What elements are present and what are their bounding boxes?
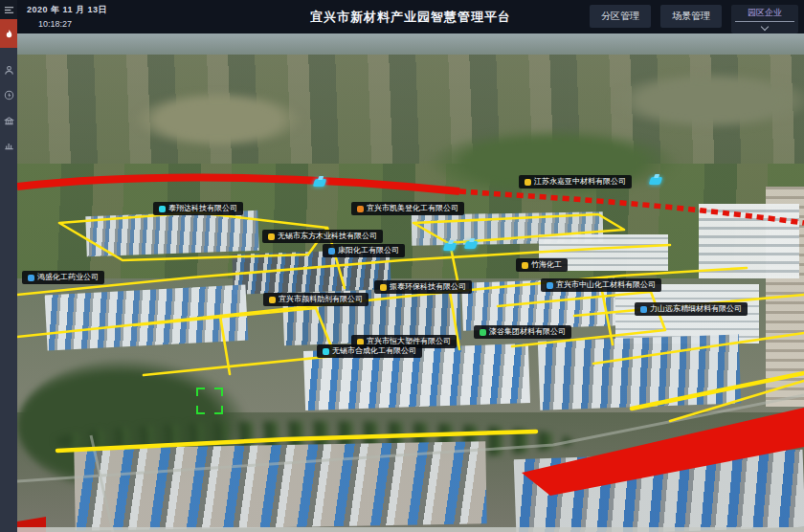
map-3d-view[interactable]: 泰翔达科技有限公司 宜兴市凯美登化工有限公司 无锡市东方木业科技有限公司 康阳化… [17, 33, 804, 532]
company-label[interactable]: 宜兴市颜料助剂有限公司 [263, 293, 368, 306]
company-label[interactable]: 鸿盛化工药业公司 [22, 271, 104, 284]
company-label-text: 宜兴市中山化工材料有限公司 [556, 281, 656, 289]
company-icon [522, 262, 528, 269]
company-label-text: 无锡市东方木业科技有限公司 [278, 233, 377, 240]
menu-icon [4, 5, 14, 15]
company-label-text: 康阳化工有限公司 [338, 247, 399, 255]
stats-icon [4, 140, 14, 150]
app-window: 2020 年 11 月 13日 10:18:27 宜兴市新材料产业园智慧管理平台… [0, 0, 804, 532]
sidebar-item-personnel[interactable] [0, 57, 17, 82]
company-icon [547, 282, 553, 289]
left-sidebar [0, 0, 17, 532]
company-label-text: 江苏永嘉亚中材料有限公司 [534, 178, 626, 186]
person-icon [4, 65, 14, 76]
zone-management-button[interactable]: 分区管理 [590, 5, 651, 28]
company-label-text: 振泰环保科技有限公司 [390, 283, 466, 291]
sidebar-item-power[interactable] [0, 82, 17, 107]
company-icon [269, 297, 276, 303]
dropdown-label: 园区企业 [735, 7, 794, 22]
company-label[interactable]: 竹海化工 [516, 258, 568, 272]
company-label[interactable]: 漆谷集团材料有限公司 [474, 325, 571, 339]
company-label-text: 力山远东精细材料有限公司 [650, 305, 742, 313]
company-label[interactable]: 力山远东精细材料有限公司 [635, 302, 748, 316]
company-icon [268, 233, 275, 240]
power-icon [4, 90, 14, 100]
selection-target-reticle [196, 388, 223, 414]
sidebar-item-statistics[interactable] [0, 132, 17, 157]
sidebar-item-factory[interactable] [0, 107, 17, 132]
company-label[interactable]: 康阳化工有限公司 [323, 244, 405, 257]
factory-icon [4, 115, 14, 125]
company-label[interactable]: 无锡市东方木业科技有限公司 [262, 230, 383, 243]
company-label[interactable]: 无锡市合成化工有限公司 [317, 344, 422, 358]
company-label[interactable]: 振泰环保科技有限公司 [374, 280, 472, 294]
park-enterprise-dropdown[interactable]: 园区企业 [731, 5, 798, 33]
company-icon [323, 348, 329, 355]
fire-icon [4, 29, 14, 39]
company-label-text: 竹海化工 [531, 261, 562, 269]
company-label[interactable]: 宜兴市中山化工材料有限公司 [541, 278, 661, 292]
top-header: 2020 年 11 月 13日 10:18:27 宜兴市新材料产业园智慧管理平台… [17, 0, 804, 33]
company-label-text: 漆谷集团材料有限公司 [489, 328, 566, 336]
menu-toggle-button[interactable] [0, 0, 17, 19]
company-label-text: 鸿盛化工药业公司 [37, 274, 99, 281]
company-label[interactable]: 泰翔达科技有限公司 [153, 202, 243, 215]
company-icon [380, 284, 387, 291]
company-label[interactable]: 宜兴市凯美登化工有限公司 [351, 202, 464, 215]
map-bottom-edge [17, 527, 804, 532]
company-icon [525, 179, 531, 186]
company-icon [28, 275, 34, 281]
company-label-text: 宜兴市凯美登化工有限公司 [367, 205, 458, 212]
company-label[interactable]: 江苏永嘉亚中材料有限公司 [519, 175, 632, 188]
company-icon [357, 206, 364, 212]
company-label-text: 无锡市合成化工有限公司 [332, 347, 416, 355]
chevron-down-icon [761, 23, 769, 31]
scene-management-button[interactable]: 场景管理 [660, 5, 722, 28]
company-label-text: 宜兴市颜料助剂有限公司 [279, 296, 363, 303]
company-icon [640, 306, 647, 313]
company-icon [480, 329, 486, 336]
company-label-text: 泰翔达科技有限公司 [168, 205, 237, 212]
sidebar-item-fire-active[interactable] [0, 19, 17, 48]
company-icon [159, 206, 166, 212]
company-icon [328, 248, 335, 255]
